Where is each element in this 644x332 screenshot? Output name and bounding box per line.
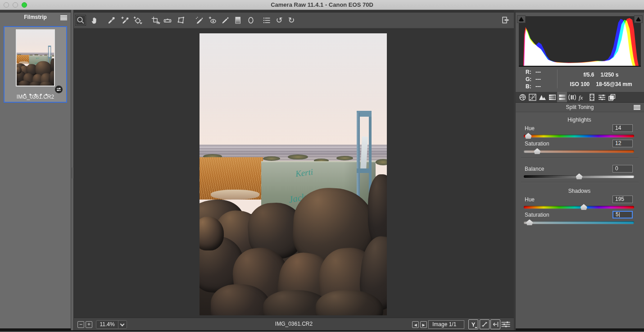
titlebar: Camera Raw 11.4.1 - Canon EOS 70D <box>0 0 644 10</box>
shadow-clip-triangle-icon <box>518 17 524 22</box>
tool-preferences[interactable] <box>261 15 272 26</box>
shadows-hue-input[interactable]: 195 <box>612 196 633 203</box>
tab-snapshots[interactable] <box>607 92 617 102</box>
exif-readout: R:--- G:--- B:--- f/5.61/250 s ISO 10018… <box>516 68 644 92</box>
filmstrip-thumbnail[interactable]: Kerti Jack IMG_0361.CR2 <box>4 26 67 103</box>
window-bottom-edge <box>0 330 644 332</box>
image-counter[interactable]: Image 1/1 <box>428 320 464 329</box>
highlight-clipping-toggle[interactable] <box>634 15 643 23</box>
rock <box>17 67 22 73</box>
toolbar: ↺ ↻ <box>74 13 514 28</box>
tool-radial-filter[interactable] <box>245 15 256 26</box>
tab-split-toning[interactable] <box>557 92 567 102</box>
adjustment-tabs: fx <box>516 92 644 103</box>
shadows-saturation-label: Saturation <box>525 212 549 218</box>
shadows-saturation-slider[interactable] <box>524 219 634 225</box>
tool-adjustment-brush[interactable] <box>220 15 231 26</box>
tab-tone-curve[interactable] <box>527 92 537 102</box>
rock <box>40 82 54 86</box>
panel-title: Split Toning <box>516 104 644 110</box>
tab-camera-calibration[interactable] <box>587 92 597 102</box>
tool-straighten[interactable] <box>162 15 173 26</box>
r-label: R: <box>526 68 535 76</box>
shadows-hue-thumb[interactable] <box>581 204 587 210</box>
tool-transform[interactable] <box>176 15 186 26</box>
highlights-hue-label: Hue <box>525 125 535 132</box>
b-value: --- <box>535 83 541 90</box>
r-value: --- <box>535 68 541 76</box>
tool-color-sampler[interactable] <box>119 15 130 26</box>
camera-raw-window: Camera Raw 11.4.1 - Canon EOS 70D Filmst… <box>0 0 644 332</box>
window-title: Camera Raw 11.4.1 - Canon EOS 70D <box>0 0 644 10</box>
tool-red-eye[interactable] <box>207 15 218 26</box>
lens-value: 18-55@34 mm <box>596 81 632 87</box>
b-label: B: <box>526 83 535 90</box>
panel-menu-icon[interactable] <box>634 105 640 110</box>
shadow-clipping-toggle[interactable] <box>517 15 526 23</box>
g-value: --- <box>535 76 541 83</box>
highlights-saturation-thumb[interactable] <box>534 148 540 154</box>
tab-effects[interactable]: fx <box>577 92 587 102</box>
aperture-value: f/5.6 <box>583 72 594 78</box>
g-label: G: <box>526 76 535 83</box>
graffiti-text-1: Kerti <box>295 167 313 179</box>
tool-targeted-adjustment[interactable] <box>132 15 143 26</box>
tool-crop[interactable] <box>150 15 161 26</box>
tool-rotate-right[interactable]: ↻ <box>286 15 297 26</box>
shadows-heading: Shadows <box>524 188 635 194</box>
tool-graduated-filter[interactable] <box>232 15 243 26</box>
tab-presets[interactable] <box>597 92 607 102</box>
toggle-defaults-button[interactable] <box>501 319 511 329</box>
shutter-value: 1/250 s <box>600 72 618 78</box>
tab-lens-corrections[interactable] <box>567 92 577 102</box>
highlights-saturation-slider[interactable] <box>524 148 634 154</box>
histogram <box>519 16 641 67</box>
shadows-hue-label: Hue <box>525 196 535 203</box>
tab-detail[interactable] <box>537 92 547 102</box>
highlights-saturation-label: Saturation <box>525 141 549 147</box>
image-canvas[interactable]: Kerti Jack <box>74 28 514 318</box>
balance-thumb[interactable] <box>576 173 583 179</box>
previous-image-button[interactable]: ◀ <box>412 321 419 328</box>
toggle-fullscreen-button[interactable] <box>500 15 511 26</box>
tool-white-balance[interactable] <box>106 15 117 26</box>
shadows-saturation-thumb[interactable] <box>526 219 533 225</box>
highlights-hue-input[interactable]: 14 <box>612 124 633 132</box>
highlights-heading: Highlights <box>524 117 635 123</box>
highlight-clip-triangle-icon <box>635 17 641 22</box>
highlights-hue-thumb[interactable] <box>525 133 532 139</box>
shadows-hue-slider[interactable] <box>524 204 634 210</box>
adjustments-panel: R:--- G:--- B:--- f/5.61/250 s ISO 10018… <box>516 10 644 330</box>
copy-settings-button[interactable] <box>490 319 500 329</box>
filmstrip-resize-divider[interactable] <box>71 10 74 330</box>
balance-input[interactable]: 0 <box>612 165 633 173</box>
balance-slider[interactable] <box>524 173 634 179</box>
main-area: ↺ ↻ Kerti Jack <box>74 10 514 330</box>
thumbnail-photo-slot: Kerti Jack <box>16 29 55 86</box>
tool-rotate-left[interactable]: ↺ <box>274 15 285 26</box>
tool-zoom[interactable] <box>75 15 86 26</box>
fx-icon-text: fx <box>579 94 583 100</box>
preview-mode-button[interactable]: Y <box>468 319 478 329</box>
shadows-saturation-input[interactable]: 5 <box>612 211 633 218</box>
text-cursor <box>619 212 620 217</box>
next-image-button[interactable]: ▶ <box>420 321 427 328</box>
caret-down-icon <box>475 327 477 328</box>
status-bar: − + 11.4% IMG_0361.CR2 ◀ ▶ Image 1/1 Y <box>74 318 514 330</box>
filmstrip-panel: Filmstrip Kerti Jack <box>0 10 71 330</box>
tab-hsl-grayscale[interactable] <box>547 92 557 102</box>
thumbnail-photo: Kerti Jack <box>17 30 54 86</box>
iso-value: ISO 100 <box>570 81 590 87</box>
swap-before-after-button[interactable] <box>480 319 490 329</box>
tab-basic[interactable] <box>517 92 527 102</box>
filmstrip-menu-icon[interactable] <box>60 15 67 20</box>
tool-spot-removal[interactable] <box>194 15 204 26</box>
tool-hand[interactable] <box>89 15 100 26</box>
graffiti-text-1: Kerti <box>36 57 39 59</box>
adjustments-badge-icon <box>55 86 63 93</box>
divider-handle[interactable] <box>72 168 73 178</box>
panel-header: Split Toning <box>516 103 644 112</box>
highlights-hue-slider[interactable] <box>524 132 634 139</box>
photo-preview[interactable]: Kerti Jack <box>200 33 387 315</box>
highlights-saturation-input[interactable]: 12 <box>612 140 633 147</box>
